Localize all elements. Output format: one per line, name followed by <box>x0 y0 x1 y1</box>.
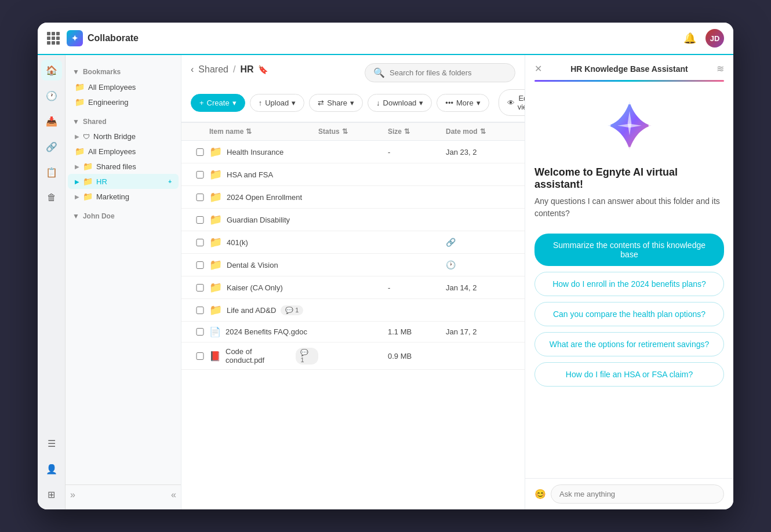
table-row[interactable]: 📁2024 Open Enrollment <box>181 186 525 209</box>
ai-close-button[interactable]: ✕ <box>534 63 542 74</box>
suggestion-chip-compare[interactable]: Can you compare the health plan options? <box>534 302 724 326</box>
sidebar-icon-home[interactable]: 🏠 <box>41 60 62 81</box>
ai-input-bar: 😊 <box>525 478 733 509</box>
sidebar-item-shared-files[interactable]: ▶ 📁 Shared files <box>68 159 179 174</box>
sidebar-icons: 🏠 🕐 📥 🔗 📋 🗑 ☰ 👤 ⊞ <box>38 55 66 509</box>
upload-button[interactable]: ↑ Upload ▾ <box>250 94 305 112</box>
col-item-name[interactable]: Item name ⇅ <box>209 127 318 136</box>
row-checkbox[interactable] <box>191 284 209 291</box>
table-row[interactable]: 📁Guardian Disability <box>181 209 525 231</box>
download-button[interactable]: ↓ Download ▾ <box>368 94 432 112</box>
ai-panel-title: HR Knowledge Base Assistant <box>570 64 688 74</box>
sidebar-icon-inbox[interactable]: 📥 <box>41 111 62 132</box>
sidebar-item-marketing[interactable]: ▶ 📁 Marketing <box>68 189 179 204</box>
sidebar-icon-recent[interactable]: 🕐 <box>41 85 62 106</box>
table-row[interactable]: 📁Kaiser (CA Only) - Jan 14, 2 <box>181 276 525 299</box>
file-size: - <box>388 283 446 292</box>
chevron-down-icon: ▾ <box>477 99 481 107</box>
sidebar-icon-filter[interactable]: ☰ <box>41 433 62 454</box>
row-checkbox[interactable] <box>191 194 209 201</box>
sidebar-icon-person[interactable]: 👤 <box>41 458 62 479</box>
ai-input-field[interactable] <box>551 484 724 504</box>
sidebar-item-north-bridge[interactable]: ▶ 🛡 North Bridge <box>68 129 179 144</box>
row-checkbox[interactable] <box>191 307 209 314</box>
ai-header-icons: ≋ <box>717 63 724 74</box>
more-button[interactable]: ••• More ▾ <box>437 94 489 112</box>
file-size: 1.1 MB <box>388 327 446 336</box>
expand-sidebar-btn[interactable]: » <box>70 490 75 500</box>
suggestion-chip-enroll[interactable]: How do I enroll in the 2024 benefits pla… <box>534 272 724 296</box>
table-row[interactable]: 📁HSA and FSA <box>181 163 525 186</box>
table-row[interactable]: 📁Dental & Vision 🕐 <box>181 254 525 276</box>
chevron-down-icon: ▾ <box>292 99 296 107</box>
row-checkbox[interactable] <box>191 148 209 156</box>
clock-icon[interactable]: 🕐 <box>446 260 456 269</box>
folder-icon: 📁 <box>83 192 93 201</box>
row-checkbox[interactable] <box>191 261 209 269</box>
link-icon[interactable]: 🔗 <box>446 238 456 247</box>
folder-icon: 📁 <box>83 177 93 186</box>
col-status[interactable]: Status ⇅ <box>318 127 388 136</box>
toolbar: + Create ▾ ↑ Upload ▾ ⇄ Share ▾ <box>181 89 525 122</box>
row-checkbox[interactable] <box>191 352 209 360</box>
search-input[interactable] <box>390 68 507 77</box>
table-row[interactable]: 📁 401(k) 🔗 <box>181 231 525 254</box>
more-dots-icon: ••• <box>445 99 453 107</box>
sidebar-item-engineering[interactable]: 📁 Engineering <box>68 94 179 110</box>
create-button[interactable]: + Create ▾ <box>191 94 245 112</box>
sidebar-item-label: All Employees <box>88 147 172 156</box>
table-row[interactable]: 📁 Life and AD&D 💬 1 <box>181 299 525 322</box>
back-button[interactable]: ‹ <box>191 64 194 75</box>
suggestion-chip-retirement[interactable]: What are the options for retirement savi… <box>534 332 724 356</box>
avatar[interactable]: JD <box>705 29 724 48</box>
table-row[interactable]: 📄2024 Benefits FAQ.gdoc 1.1 MB Jan 17, 2 <box>181 322 525 342</box>
grid-menu-icon[interactable] <box>47 32 60 45</box>
sidebar-scroll: ▼ Bookmarks 📁 All Employees 📁 Engineerin… <box>66 60 181 484</box>
share-button[interactable]: ⇄ Share ▾ <box>309 94 363 112</box>
row-checkbox[interactable] <box>191 328 209 336</box>
comment-badge: 💬 1 <box>281 305 303 315</box>
sidebar-item-label: Engineering <box>88 98 172 107</box>
sidebar-icon-grid[interactable]: ⊞ <box>41 484 62 505</box>
row-checkbox[interactable] <box>191 171 209 178</box>
personal-chevron[interactable]: ▼ <box>72 212 79 220</box>
collapse-sidebar-btn[interactable]: « <box>171 490 176 500</box>
sidebar-icon-trash[interactable]: 🗑 <box>41 187 62 208</box>
folder-icon: 📁 <box>209 236 222 249</box>
bookmark-icon[interactable]: 🔖 <box>258 65 268 74</box>
sidebar-item-hr[interactable]: ▶ 📁 HR + <box>68 174 179 189</box>
col-size[interactable]: Size ⇅ <box>388 127 446 136</box>
welcome-title: Welcome to Egnyte AI virtual assistant! <box>534 166 724 191</box>
sidebar-item-label: Marketing <box>96 192 172 201</box>
suggestion-chip-summarize[interactable]: Summarize the contents of this knowledge… <box>534 234 724 266</box>
sidebar-item-all-employees-bookmark[interactable]: 📁 All Employees <box>68 79 179 94</box>
table-row[interactable]: 📁Health Insurance - Jan 23, 2 <box>181 141 525 163</box>
ai-input-icon: 😊 <box>534 489 546 500</box>
bookmarks-chevron[interactable]: ▼ <box>72 68 79 76</box>
comment-badge: 💬 1 <box>296 348 318 365</box>
row-checkbox[interactable] <box>191 216 209 224</box>
eye-icon: 👁 <box>507 99 515 107</box>
col-date[interactable]: Date mod ⇅ <box>446 127 515 136</box>
upload-label: Upload <box>265 99 289 107</box>
personal-label: John Doe <box>83 212 115 220</box>
notification-icon[interactable]: 🔔 <box>683 32 696 45</box>
sidebar-nav: ▼ Bookmarks 📁 All Employees 📁 Engineerin… <box>66 55 181 509</box>
table-row[interactable]: 📕 Code of conduct.pdf 💬 1 0.9 MB <box>181 342 525 370</box>
sidebar-item-all-employees[interactable]: 📁 All Employees <box>68 144 179 159</box>
sidebar-icon-tasks[interactable]: 📋 <box>41 162 62 183</box>
shared-chevron[interactable]: ▼ <box>72 118 79 126</box>
ai-panel: ✕ HR Knowledge Base Assistant ≋ <box>525 55 733 509</box>
suggestion-chip-hsa[interactable]: How do I file an HSA or FSA claim? <box>534 362 724 387</box>
main-layout: 🏠 🕐 📥 🔗 📋 🗑 ☰ 👤 ⊞ ▼ Bookmarks 📁 All Em <box>38 55 733 509</box>
row-checkbox[interactable] <box>191 239 209 246</box>
file-date: 🕐 <box>446 260 515 269</box>
sidebar-icon-links[interactable]: 🔗 <box>41 136 62 157</box>
app-title: Collaborate <box>88 33 139 43</box>
ai-wave-icon: ≋ <box>717 63 724 74</box>
file-list-header: Item name ⇅ Status ⇅ Size ⇅ Date mod ⇅ <box>181 123 525 141</box>
ai-progress-bar <box>534 80 724 82</box>
breadcrumb-parent[interactable]: Shared <box>198 64 228 75</box>
folder-icon: 📁 <box>209 258 222 271</box>
edit-view-button[interactable]: 👁 Edit view <box>499 89 525 116</box>
